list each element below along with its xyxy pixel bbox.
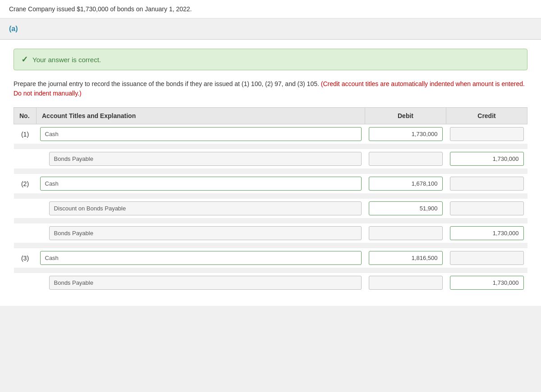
credit-input[interactable] <box>450 226 524 240</box>
credit-cell <box>446 248 527 268</box>
credit-input[interactable] <box>450 152 524 166</box>
table-row: (2) <box>14 174 527 193</box>
account-input[interactable] <box>49 226 362 240</box>
entry-no: (1) <box>14 124 37 144</box>
credit-input[interactable] <box>450 177 524 191</box>
account-cell <box>37 248 365 268</box>
debit-cell <box>365 149 446 169</box>
debit-cell <box>365 273 446 292</box>
debit-cell <box>365 223 446 243</box>
debit-input[interactable] <box>369 177 443 191</box>
debit-input[interactable] <box>369 226 443 240</box>
col-no: No. <box>14 108 37 124</box>
col-account: Account Titles and Explanation <box>37 108 365 124</box>
instruction-main: Prepare the journal entry to record the … <box>14 80 321 87</box>
main-content: ✓ Your answer is correct. Prepare the jo… <box>0 40 541 306</box>
account-input[interactable] <box>49 201 362 215</box>
credit-cell <box>446 149 527 169</box>
debit-input[interactable] <box>369 201 443 215</box>
account-input[interactable] <box>40 127 362 141</box>
debit-cell <box>365 174 446 193</box>
debit-input[interactable] <box>369 276 443 290</box>
credit-cell <box>446 124 527 144</box>
correct-banner: ✓ Your answer is correct. <box>14 49 527 70</box>
credit-cell <box>446 273 527 292</box>
instruction-text: Prepare the journal entry to record the … <box>14 79 527 98</box>
correct-text: Your answer is correct. <box>32 56 101 64</box>
account-input[interactable] <box>40 251 362 265</box>
account-input[interactable] <box>49 152 362 166</box>
page-container: Crane Company issued $1,730,000 of bonds… <box>0 0 541 392</box>
account-cell <box>37 273 365 292</box>
table-row <box>14 223 527 243</box>
account-cell <box>37 199 365 218</box>
section-a-label: (a) <box>9 25 18 32</box>
section-a-header: (a) <box>0 18 541 40</box>
credit-input[interactable] <box>450 127 524 141</box>
entry-no: (3) <box>14 248 37 268</box>
debit-input[interactable] <box>369 251 443 265</box>
account-cell <box>37 149 365 169</box>
table-row <box>14 273 527 292</box>
credit-cell <box>446 199 527 218</box>
credit-input[interactable] <box>450 201 524 215</box>
table-row: (1) <box>14 124 527 144</box>
col-debit: Debit <box>365 108 446 124</box>
col-credit: Credit <box>446 108 527 124</box>
check-icon: ✓ <box>21 55 28 64</box>
debit-input[interactable] <box>369 152 443 166</box>
credit-cell <box>446 223 527 243</box>
intro-text: Crane Company issued $1,730,000 of bonds… <box>9 5 192 13</box>
account-input[interactable] <box>49 276 362 290</box>
top-bar: Crane Company issued $1,730,000 of bonds… <box>0 0 541 18</box>
debit-input[interactable] <box>369 127 443 141</box>
credit-cell <box>446 174 527 193</box>
account-input[interactable] <box>40 177 362 191</box>
credit-input[interactable] <box>450 251 524 265</box>
account-cell <box>37 124 365 144</box>
credit-input[interactable] <box>450 276 524 290</box>
debit-cell <box>365 124 446 144</box>
table-row <box>14 199 527 218</box>
table-row <box>14 149 527 169</box>
account-cell <box>37 174 365 193</box>
table-row: (3) <box>14 248 527 268</box>
debit-cell <box>365 199 446 218</box>
debit-cell <box>365 248 446 268</box>
entry-no: (2) <box>14 174 37 193</box>
journal-table: No. Account Titles and Explanation Debit… <box>14 107 527 292</box>
entry-no <box>14 199 37 218</box>
entry-no <box>14 223 37 243</box>
account-cell <box>37 223 365 243</box>
entry-no <box>14 149 37 169</box>
entry-no <box>14 273 37 292</box>
